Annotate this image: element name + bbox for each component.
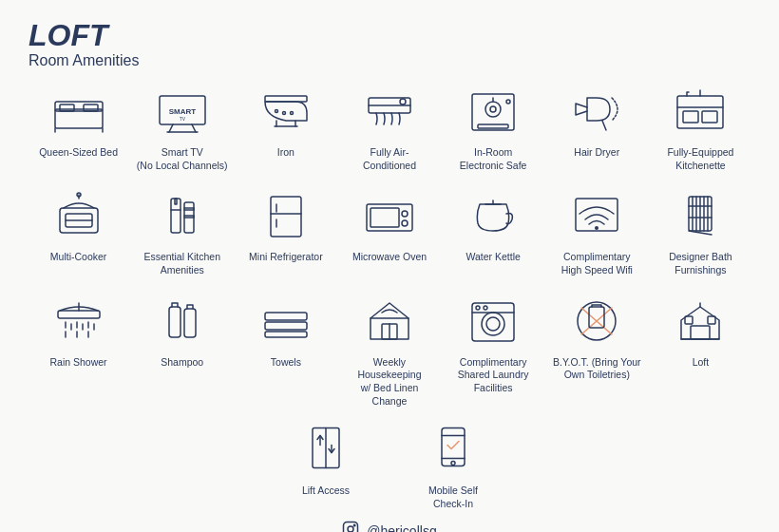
svg-rect-77 bbox=[265, 322, 307, 330]
amenity-multi-cooker: Multi-Cooker bbox=[28, 181, 128, 280]
svg-point-83 bbox=[482, 313, 504, 335]
byot-label: B.Y.O.T. (Bring YourOwn Toiletries) bbox=[553, 356, 641, 382]
mini-fridge-label: Mini Refrigerator bbox=[249, 251, 323, 264]
svg-rect-74 bbox=[169, 307, 180, 337]
instagram-icon bbox=[342, 521, 359, 532]
housekeeping-icon bbox=[356, 291, 423, 352]
svg-rect-4 bbox=[60, 104, 74, 111]
svg-point-106 bbox=[348, 526, 353, 532]
svg-point-86 bbox=[476, 306, 480, 310]
shampoo-icon bbox=[149, 291, 216, 352]
amenity-kitchenette: Fully-EquippedKitchenette bbox=[651, 77, 750, 176]
kitchen-amenities-icon bbox=[149, 185, 216, 247]
svg-line-8 bbox=[192, 124, 196, 132]
svg-rect-92 bbox=[691, 326, 710, 339]
smart-tv-icon: SMARTTV bbox=[149, 81, 216, 142]
svg-point-17 bbox=[282, 111, 285, 114]
amenity-mobile-checkin: Mobile SelfCheck-In bbox=[418, 415, 488, 514]
kitchen-amenities-label: Essential KitchenAmenities bbox=[143, 251, 220, 276]
svg-rect-0 bbox=[55, 109, 103, 128]
svg-point-104 bbox=[451, 461, 455, 465]
laundry-label: ComplimentaryShared LaundryFacilities bbox=[458, 356, 529, 395]
header: LOFT Room Amenities bbox=[28, 19, 750, 69]
svg-point-87 bbox=[484, 306, 487, 310]
page-subtitle: Room Amenities bbox=[28, 52, 750, 69]
svg-rect-47 bbox=[370, 208, 399, 227]
svg-text:SMART: SMART bbox=[168, 107, 196, 116]
byot-icon bbox=[563, 291, 630, 352]
air-conditioned-icon bbox=[356, 81, 423, 142]
amenity-smart-tv: SMARTTV Smart TV(No Local Channels) bbox=[132, 77, 232, 176]
iron-icon bbox=[253, 81, 319, 142]
queen-bed-icon bbox=[46, 81, 112, 142]
housekeeping-label: Weekly Housekeepingw/ Bed Linen Change bbox=[342, 356, 437, 408]
svg-rect-75 bbox=[184, 309, 196, 337]
svg-line-7 bbox=[169, 124, 173, 132]
lift-label: Lift Access bbox=[302, 484, 350, 498]
amenity-housekeeping: Weekly Housekeepingw/ Bed Linen Change bbox=[339, 287, 439, 412]
svg-point-49 bbox=[402, 220, 408, 226]
microwave-icon bbox=[356, 185, 423, 247]
amenity-lift: Lift Access bbox=[291, 415, 361, 514]
svg-rect-42 bbox=[271, 197, 301, 237]
amenity-kettle: Water Kettle bbox=[444, 181, 543, 280]
svg-point-48 bbox=[402, 211, 408, 217]
kettle-label: Water Kettle bbox=[466, 251, 520, 264]
wifi-icon bbox=[563, 185, 630, 247]
instagram-handle: @hericollsg bbox=[367, 523, 436, 532]
wifi-label: ComplimentaryHigh Speed Wifi bbox=[561, 251, 633, 276]
towels-label: Towels bbox=[271, 356, 301, 370]
lift-icon bbox=[293, 419, 359, 481]
bath-furnishings-label: Designer BathFurnishings bbox=[669, 251, 732, 276]
svg-point-24 bbox=[490, 106, 496, 112]
safe-label: In-RoomElectronic Safe bbox=[460, 146, 527, 172]
mini-fridge-icon bbox=[253, 185, 319, 247]
amenity-laundry: ComplimentaryShared LaundryFacilities bbox=[444, 287, 543, 412]
mobile-checkin-icon bbox=[420, 419, 486, 481]
svg-point-18 bbox=[290, 111, 293, 114]
multi-cooker-label: Multi-Cooker bbox=[50, 251, 107, 264]
loft-icon bbox=[667, 291, 733, 352]
svg-text:TV: TV bbox=[180, 116, 186, 122]
svg-rect-105 bbox=[344, 522, 358, 532]
safe-icon bbox=[460, 81, 526, 142]
amenity-mini-fridge: Mini Refrigerator bbox=[236, 181, 335, 280]
svg-rect-31 bbox=[683, 111, 698, 123]
kettle-icon bbox=[460, 185, 526, 247]
iron-label: Iron bbox=[277, 146, 294, 160]
svg-point-16 bbox=[275, 109, 277, 112]
towels-icon bbox=[253, 291, 319, 352]
rain-shower-icon bbox=[46, 291, 112, 352]
amenity-loft: Loft bbox=[651, 287, 750, 412]
microwave-label: Microwave Oven bbox=[352, 251, 427, 264]
svg-rect-12 bbox=[265, 96, 307, 102]
svg-rect-78 bbox=[265, 332, 307, 337]
amenity-bath-furnishings: Designer BathFurnishings bbox=[651, 181, 750, 280]
svg-rect-39 bbox=[175, 199, 177, 204]
svg-point-53 bbox=[595, 226, 598, 230]
svg-rect-76 bbox=[265, 313, 307, 320]
amenity-hair-dryer: Hair Dryer bbox=[547, 77, 647, 176]
air-conditioned-label: Fully Air-Conditioned bbox=[363, 146, 416, 172]
amenity-air-conditioned: Fully Air-Conditioned bbox=[339, 77, 439, 176]
page-title: LOFT bbox=[28, 19, 750, 52]
svg-line-28 bbox=[602, 121, 606, 130]
amenity-towels: Towels bbox=[236, 287, 335, 412]
laundry-icon bbox=[460, 291, 526, 352]
amenity-queen-bed: Queen-Sized Bed bbox=[28, 77, 128, 176]
svg-rect-26 bbox=[478, 124, 508, 128]
amenity-byot: B.Y.O.T. (Bring YourOwn Toiletries) bbox=[547, 287, 647, 412]
smart-tv-label: Smart TV(No Local Channels) bbox=[137, 146, 228, 172]
amenity-shampoo: Shampoo bbox=[132, 287, 232, 412]
amenity-wifi: ComplimentaryHigh Speed Wifi bbox=[547, 181, 647, 280]
hair-dryer-icon bbox=[563, 81, 630, 142]
amenity-iron: Iron bbox=[236, 77, 335, 176]
svg-point-27 bbox=[506, 100, 510, 104]
amenity-rain-shower: Rain Shower bbox=[28, 287, 128, 412]
queen-bed-label: Queen-Sized Bed bbox=[39, 146, 118, 160]
loft-label: Loft bbox=[693, 356, 710, 370]
amenities-grid: Queen-Sized Bed SMARTTV Smart TV(No Loca… bbox=[28, 77, 750, 411]
multi-cooker-icon bbox=[46, 185, 112, 247]
footer: @hericollsg bbox=[28, 521, 750, 532]
shampoo-label: Shampoo bbox=[161, 356, 203, 370]
